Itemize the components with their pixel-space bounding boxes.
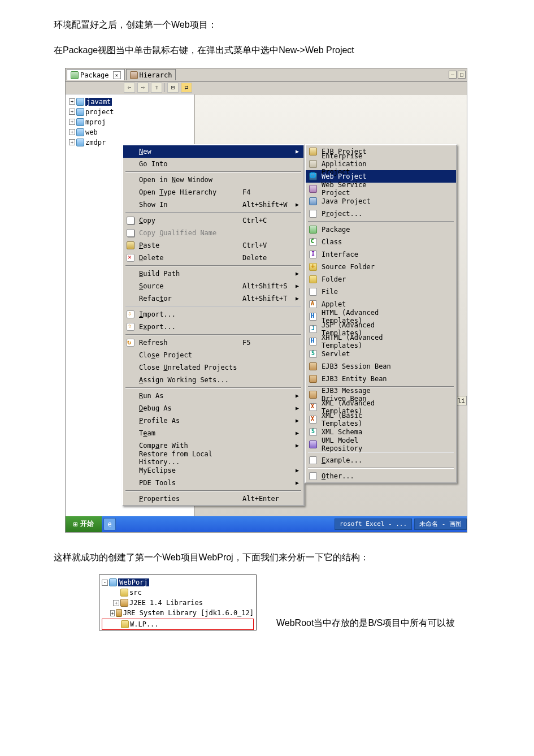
menu-item[interactable]: PropertiesAlt+Enter (123, 493, 303, 505)
menu-item[interactable]: RefreshF5 (123, 336, 303, 349)
menu-item[interactable]: Team▶ (123, 427, 303, 439)
menu-item[interactable]: Project... (306, 208, 456, 220)
menu-item[interactable]: Enterprise Application Project (306, 158, 456, 170)
expand-icon[interactable]: + (69, 129, 75, 135)
menu-separator (125, 212, 301, 213)
menu-item[interactable]: New▶ (123, 145, 303, 158)
start-button[interactable]: ⊞ 开始 (66, 516, 102, 532)
menu-item[interactable]: Folder (306, 273, 456, 286)
menu-item[interactable]: SourceAlt+Shift+S▶ (123, 280, 303, 292)
minimize-icon[interactable]: — (449, 71, 457, 79)
forward-button[interactable]: ⇨ (137, 83, 149, 93)
menu-item[interactable]: Debug As▶ (123, 402, 303, 414)
expand-icon[interactable]: + (69, 119, 75, 125)
tree-item[interactable]: W.LP... (102, 619, 253, 629)
menu-item-label: Profile As (137, 417, 242, 425)
menu-item[interactable]: Profile As▶ (123, 414, 303, 427)
taskbar-app-excel[interactable]: rosoft Excel - ... (335, 519, 412, 530)
xml-icon (307, 416, 319, 424)
submenu-arrow-icon: ▶ (293, 201, 299, 208)
tab-label: Hierarch (140, 71, 172, 79)
screenshot-project-structure: - WebPorj src+J2EE 1.4 Libraries+JRE Sys… (99, 574, 257, 630)
menu-item[interactable]: Interface (306, 248, 456, 261)
menu-item[interactable]: PasteCtrl+V (123, 239, 303, 252)
expand-icon[interactable]: + (113, 600, 119, 606)
menu-item[interactable]: EJB3 Session Bean (306, 360, 456, 373)
menu-item[interactable]: Show InAlt+Shift+W▶ (123, 198, 303, 211)
collapse-button[interactable]: ⊟ (167, 83, 179, 93)
menu-item[interactable]: Class (306, 236, 456, 248)
menu-item[interactable]: Web Service Project (306, 183, 456, 195)
tab-hierarchy[interactable]: Hierarch (126, 69, 176, 80)
menu-item[interactable]: Import... (123, 308, 303, 321)
context-menu[interactable]: New▶Go IntoOpen in New WindowOpen Type H… (122, 144, 305, 506)
menu-item[interactable]: Package (306, 223, 456, 236)
menu-item[interactable]: Example... (306, 454, 456, 466)
menu-item-label: Export... (137, 323, 242, 331)
tree-item[interactable]: +mproj (69, 117, 194, 127)
menu-item[interactable]: Open in New Window (123, 174, 303, 186)
maximize-icon[interactable]: □ (458, 71, 466, 79)
menu-item[interactable]: Run As▶ (123, 390, 303, 402)
menu-item[interactable]: MyEclipse▶ (123, 464, 303, 477)
menu-item[interactable]: XML (Basic Templates) (306, 413, 456, 426)
link-editor-button[interactable]: ⇄ (181, 83, 192, 93)
menu-item[interactable]: UML Model Repository (306, 438, 456, 451)
menu-item[interactable]: Source Folder (306, 261, 456, 273)
menu-item[interactable]: EJB3 Entity Bean (306, 373, 456, 385)
up-button[interactable]: ⇧ (151, 83, 162, 93)
menu-item[interactable]: Restore from Local History... (123, 452, 303, 464)
copy-icon (124, 217, 137, 224)
tree-item-label: zmdpr (85, 139, 106, 146)
tree-item[interactable]: +project (69, 107, 194, 117)
menu-item[interactable]: Close Unrelated Projects (123, 361, 303, 374)
tree-item-label: web (85, 128, 98, 136)
menu-item[interactable]: Copy Qualified Name (123, 227, 303, 239)
project-icon (76, 98, 84, 106)
taskbar-app-paint[interactable]: 未命名 - 画图 (414, 519, 467, 530)
menu-item[interactable]: Java Project (306, 195, 456, 208)
menu-item[interactable]: PDE Tools▶ (123, 477, 303, 489)
tab-package[interactable]: Package ✕ (67, 69, 125, 80)
tree-item[interactable]: +JRE System Library [jdk1.6.0_12] (102, 608, 254, 618)
tree-item[interactable]: src (102, 587, 254, 598)
imp-icon (124, 310, 137, 318)
menu-item[interactable]: RefactorAlt+Shift+T▶ (123, 292, 303, 305)
paste-icon (124, 241, 137, 249)
menu-item[interactable]: Build Path▶ (123, 267, 303, 280)
menu-item-accelerator: Alt+Shift+T (242, 295, 293, 303)
expand-icon[interactable]: + (69, 109, 75, 115)
menu-item[interactable]: Close Project (123, 349, 303, 361)
tree-item[interactable]: +web (69, 127, 194, 137)
menu-item[interactable]: Servlet (306, 348, 456, 360)
menu-item[interactable]: XHTML (Advanced Templates) (306, 335, 456, 348)
expand-icon[interactable]: + (69, 139, 75, 145)
new-submenu[interactable]: EJB ProjectEnterprise Application Projec… (305, 144, 457, 483)
menu-item[interactable]: Assign Working Sets... (123, 374, 303, 386)
back-button[interactable]: ⇦ (124, 83, 135, 93)
menu-item[interactable]: CopyCtrl+C (123, 214, 303, 227)
submenu-arrow-icon: ▶ (293, 148, 299, 154)
menu-item[interactable]: Open Type HierarchyF4 (123, 186, 303, 198)
tree-item[interactable]: +J2EE 1.4 Libraries (102, 598, 254, 608)
tree-root[interactable]: - WebPorj (102, 577, 254, 587)
close-tab-icon[interactable]: ✕ (113, 71, 121, 79)
menu-item-label: Class (319, 238, 395, 246)
tree-item[interactable]: +javamt (69, 97, 194, 107)
exp-icon (124, 323, 137, 331)
menu-item-label: New (137, 148, 242, 155)
menu-item[interactable]: File (306, 286, 456, 298)
xml-icon (307, 403, 319, 411)
menu-item[interactable]: Go Into (123, 158, 303, 170)
submenu-arrow-icon: ▶ (293, 270, 299, 277)
menu-item[interactable]: Other... (306, 470, 456, 482)
ex-icon (307, 456, 319, 464)
taskbar-ie-icon[interactable]: e (103, 518, 116, 530)
applet-icon (307, 300, 319, 308)
menu-item[interactable]: Export... (123, 321, 303, 333)
expand-icon[interactable]: + (110, 610, 115, 616)
menu-item[interactable]: DeleteDelete (123, 252, 303, 264)
collapse-icon[interactable]: - (102, 580, 108, 586)
class-icon (307, 238, 319, 246)
expand-icon[interactable]: + (69, 98, 75, 105)
